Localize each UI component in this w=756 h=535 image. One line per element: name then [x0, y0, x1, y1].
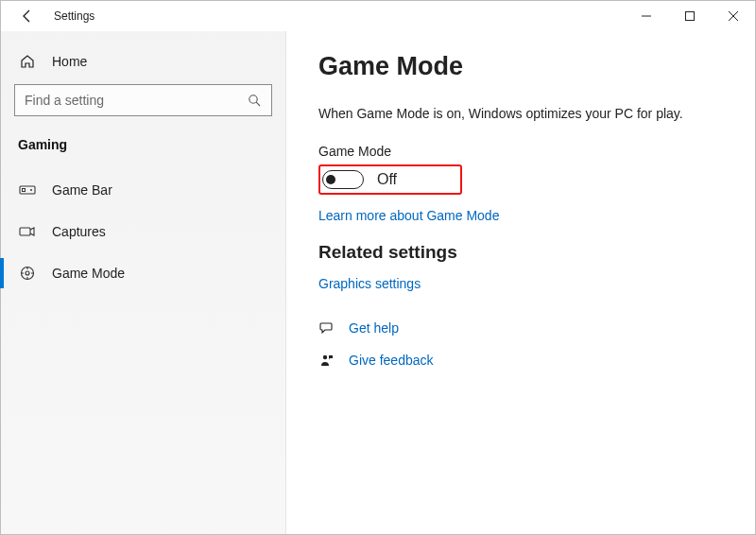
- feedback-person-icon: [318, 352, 335, 369]
- home-nav[interactable]: Home: [1, 44, 285, 84]
- give-feedback-link: Give feedback: [349, 353, 434, 368]
- close-icon: [729, 11, 738, 21]
- sidebar-category-label: Gaming: [1, 137, 285, 169]
- back-button[interactable]: [16, 5, 39, 27]
- sidebar-item-game-bar[interactable]: Game Bar: [1, 169, 285, 211]
- graphics-settings-link[interactable]: Graphics settings: [318, 276, 723, 291]
- game-mode-icon: [18, 264, 37, 283]
- close-button[interactable]: [712, 1, 755, 31]
- window-title: Settings: [54, 9, 94, 23]
- search-placeholder: Find a setting: [25, 93, 247, 108]
- maximize-button[interactable]: [668, 1, 712, 31]
- captures-icon: [18, 222, 37, 241]
- related-settings-heading: Related settings: [318, 242, 723, 263]
- sidebar-item-captures[interactable]: Captures: [1, 211, 285, 252]
- give-feedback-row[interactable]: Give feedback: [318, 352, 723, 369]
- titlebar: Settings: [1, 1, 755, 31]
- toggle-label: Game Mode: [318, 144, 723, 159]
- page-title: Game Mode: [318, 52, 723, 81]
- page-description: When Game Mode is on, Windows optimizes …: [318, 106, 723, 121]
- content-area: Home Find a setting Gaming Game Bar: [1, 31, 755, 534]
- home-label: Home: [52, 54, 87, 69]
- main-panel: Game Mode When Game Mode is on, Windows …: [286, 31, 755, 534]
- settings-window: Settings Home Find a setting: [0, 0, 756, 535]
- game-bar-icon: [18, 181, 37, 199]
- sidebar-item-label: Game Bar: [52, 182, 112, 198]
- sidebar-nav-list: Game Bar Captures Game Mode: [1, 169, 285, 294]
- home-icon: [18, 52, 37, 71]
- arrow-left-icon: [20, 9, 35, 24]
- svg-rect-5: [20, 228, 30, 235]
- sidebar: Home Find a setting Gaming Game Bar: [1, 31, 286, 534]
- sidebar-item-label: Game Mode: [52, 266, 125, 281]
- search-icon: [247, 93, 262, 108]
- svg-rect-3: [23, 189, 26, 192]
- maximize-icon: [685, 11, 695, 21]
- sidebar-item-label: Captures: [52, 224, 106, 239]
- svg-point-8: [323, 355, 327, 359]
- minimize-icon: [642, 11, 651, 21]
- sidebar-item-game-mode[interactable]: Game Mode: [1, 252, 285, 294]
- chat-icon: [318, 319, 335, 337]
- game-mode-toggle[interactable]: [322, 170, 364, 189]
- minimize-button[interactable]: [625, 1, 668, 31]
- get-help-row[interactable]: Get help: [318, 319, 723, 337]
- svg-point-7: [26, 271, 29, 275]
- get-help-link: Get help: [349, 320, 399, 336]
- learn-more-link[interactable]: Learn more about Game Mode: [318, 208, 723, 223]
- svg-rect-0: [686, 12, 695, 21]
- game-mode-toggle-row: Off: [318, 164, 462, 195]
- svg-point-1: [249, 95, 257, 103]
- toggle-state-text: Off: [377, 171, 397, 188]
- search-input[interactable]: Find a setting: [14, 84, 272, 116]
- svg-point-4: [30, 189, 32, 191]
- toggle-knob: [326, 175, 335, 184]
